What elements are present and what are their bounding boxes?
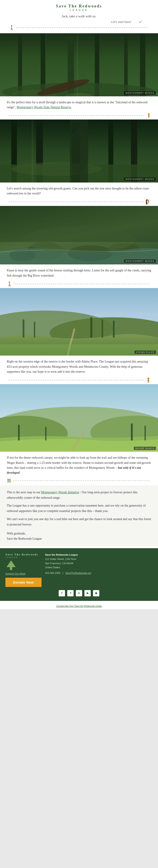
image-label-1: MONTGOMERY WOODS bbox=[124, 91, 156, 95]
logo-title: Save The Redwoods bbox=[4, 4, 154, 8]
svg-rect-39 bbox=[0, 344, 158, 355]
hiker-icon-6: 🧑‍🤝‍🧑 bbox=[7, 479, 11, 483]
text-section-3: Pause to hear the gentle sound of the br… bbox=[0, 265, 158, 280]
svg-rect-34 bbox=[23, 319, 24, 338]
linkedin-icon[interactable]: in bbox=[76, 590, 82, 596]
svg-rect-44 bbox=[18, 425, 20, 440]
svg-rect-45 bbox=[45, 427, 47, 440]
image-label-4: ATKINS PLACE bbox=[134, 351, 156, 354]
hiker-icon-4: 🚶 bbox=[7, 281, 12, 287]
social-links-row: f ✦ in ▶ ◉ bbox=[5, 590, 153, 596]
greeting-text: Jack, take a walk with us. bbox=[4, 14, 154, 18]
lets-start-label: Let's start here! bbox=[111, 20, 131, 24]
footer-logo-block: Save The Redwoods LEAGUE Support Our Wor… bbox=[5, 553, 42, 587]
closing-section: This is the next step in our Montgomery … bbox=[0, 485, 158, 546]
image-label-2: MONTGOMERY WOODS bbox=[124, 178, 156, 181]
footer-support-link[interactable]: Support Our Work bbox=[5, 572, 42, 575]
text-section-5: If not for the dense redwood canopy, we … bbox=[0, 452, 158, 477]
email-container: Save The Redwoods LEAGUE Jack, take a wa… bbox=[0, 0, 158, 609]
email-header: Save The Redwoods LEAGUE Jack, take a wa… bbox=[0, 0, 158, 33]
forest-image-2: MONTGOMERY WOODS bbox=[0, 120, 158, 183]
walker-path-5: 🧑‍🤝‍🧑 bbox=[0, 477, 158, 483]
footer-top: Save The Redwoods LEAGUE Support Our Wor… bbox=[5, 553, 153, 587]
svg-rect-37 bbox=[102, 319, 103, 338]
svg-rect-47 bbox=[144, 426, 146, 440]
instagram-icon[interactable]: ◉ bbox=[93, 590, 99, 596]
footer-website-link[interactable]: SaveTheRedwoods.org bbox=[65, 571, 91, 574]
walker-path-3: 🚶 bbox=[0, 280, 158, 287]
hiker-icon-2: 🧍 bbox=[146, 113, 151, 118]
forest-image-3: MONTGOMERY WOODS bbox=[0, 206, 158, 265]
walker-path-4: 🧍 bbox=[0, 376, 158, 383]
facebook-icon[interactable]: f bbox=[59, 590, 65, 596]
donate-button[interactable]: Donate Now bbox=[5, 578, 42, 587]
hiker-icon-5: 🧍 bbox=[146, 377, 151, 383]
logo-league: LEAGUE bbox=[4, 8, 154, 11]
footer-logo-title: Save The Redwoods bbox=[5, 553, 42, 556]
walker-path-2: 🧗 bbox=[0, 198, 158, 205]
youtube-icon[interactable]: ▶ bbox=[84, 590, 91, 596]
svg-rect-10 bbox=[45, 33, 46, 96]
svg-rect-23 bbox=[32, 120, 33, 183]
image-label-5: WEGER RANCH bbox=[134, 447, 156, 450]
hiker-icon-1: 🚶 bbox=[9, 25, 15, 30]
footer-logo-league: LEAGUE bbox=[5, 556, 42, 558]
svg-marker-48 bbox=[6, 560, 16, 570]
forest-image-1: MONTGOMERY WOODS bbox=[0, 33, 158, 96]
twitter-icon[interactable]: ✦ bbox=[67, 590, 74, 596]
svg-rect-36 bbox=[90, 317, 92, 338]
footer-contact-block: Save the Redwoods League 111 Sutter Stre… bbox=[45, 553, 153, 575]
initiative-link[interactable]: Montgomery Woods Initiative bbox=[41, 491, 79, 494]
montgomery-woods-link[interactable]: Montgomery Woods State Natural Reserve bbox=[17, 105, 71, 109]
svg-point-22 bbox=[70, 128, 88, 174]
hiker-icon-3: 🧗 bbox=[146, 199, 151, 205]
svg-rect-30 bbox=[0, 206, 158, 242]
unsubscribe-section: Unsubscribe from Save the Redwoods email… bbox=[0, 603, 158, 609]
image-label-3: MONTGOMERY WOODS bbox=[124, 259, 156, 262]
text-section-2: Let's search among the towering old-grow… bbox=[0, 183, 158, 198]
email-footer: Save The Redwoods LEAGUE Support Our Wor… bbox=[0, 548, 158, 601]
svg-rect-46 bbox=[131, 424, 133, 440]
forest-image-5: WEGER RANCH bbox=[0, 384, 158, 452]
forest-image-4: ATKINS PLACE bbox=[0, 288, 158, 355]
text-section-1: It's the perfect time for a stroll throu… bbox=[0, 96, 158, 112]
unsubscribe-link[interactable]: Unsubscribe from Save the Redwoods email… bbox=[56, 605, 102, 608]
svg-rect-35 bbox=[34, 322, 35, 338]
walker-path-1: 🧍 bbox=[0, 112, 158, 118]
text-section-4: Right on the western edge of the reserve… bbox=[0, 355, 158, 376]
tree-icon bbox=[5, 559, 17, 570]
svg-rect-38 bbox=[113, 321, 115, 338]
